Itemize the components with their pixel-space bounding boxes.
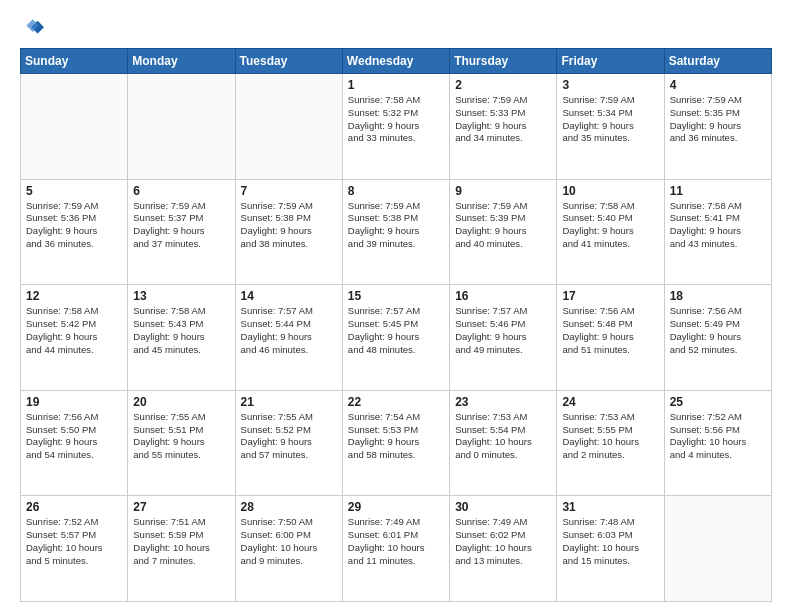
calendar-cell: 27Sunrise: 7:51 AM Sunset: 5:59 PM Dayli… bbox=[128, 496, 235, 602]
calendar-cell: 20Sunrise: 7:55 AM Sunset: 5:51 PM Dayli… bbox=[128, 390, 235, 496]
cell-text: Sunrise: 7:52 AM Sunset: 5:56 PM Dayligh… bbox=[670, 411, 766, 462]
day-number: 21 bbox=[241, 395, 337, 409]
day-number: 26 bbox=[26, 500, 122, 514]
cell-text: Sunrise: 7:52 AM Sunset: 5:57 PM Dayligh… bbox=[26, 516, 122, 567]
day-header-wednesday: Wednesday bbox=[342, 49, 449, 74]
day-number: 9 bbox=[455, 184, 551, 198]
calendar-cell: 1Sunrise: 7:58 AM Sunset: 5:32 PM Daylig… bbox=[342, 74, 449, 180]
calendar-cell: 26Sunrise: 7:52 AM Sunset: 5:57 PM Dayli… bbox=[21, 496, 128, 602]
cell-text: Sunrise: 7:53 AM Sunset: 5:54 PM Dayligh… bbox=[455, 411, 551, 462]
cell-text: Sunrise: 7:59 AM Sunset: 5:38 PM Dayligh… bbox=[241, 200, 337, 251]
cell-text: Sunrise: 7:56 AM Sunset: 5:48 PM Dayligh… bbox=[562, 305, 658, 356]
day-number: 8 bbox=[348, 184, 444, 198]
calendar-cell: 23Sunrise: 7:53 AM Sunset: 5:54 PM Dayli… bbox=[450, 390, 557, 496]
calendar-cell: 25Sunrise: 7:52 AM Sunset: 5:56 PM Dayli… bbox=[664, 390, 771, 496]
header bbox=[20, 16, 772, 40]
day-number: 1 bbox=[348, 78, 444, 92]
calendar-cell: 30Sunrise: 7:49 AM Sunset: 6:02 PM Dayli… bbox=[450, 496, 557, 602]
calendar-cell: 22Sunrise: 7:54 AM Sunset: 5:53 PM Dayli… bbox=[342, 390, 449, 496]
cell-text: Sunrise: 7:59 AM Sunset: 5:35 PM Dayligh… bbox=[670, 94, 766, 145]
cell-text: Sunrise: 7:58 AM Sunset: 5:42 PM Dayligh… bbox=[26, 305, 122, 356]
cell-text: Sunrise: 7:51 AM Sunset: 5:59 PM Dayligh… bbox=[133, 516, 229, 567]
cell-text: Sunrise: 7:57 AM Sunset: 5:46 PM Dayligh… bbox=[455, 305, 551, 356]
day-number: 27 bbox=[133, 500, 229, 514]
calendar-cell: 16Sunrise: 7:57 AM Sunset: 5:46 PM Dayli… bbox=[450, 285, 557, 391]
calendar-cell: 8Sunrise: 7:59 AM Sunset: 5:38 PM Daylig… bbox=[342, 179, 449, 285]
calendar-cell: 7Sunrise: 7:59 AM Sunset: 5:38 PM Daylig… bbox=[235, 179, 342, 285]
cell-text: Sunrise: 7:59 AM Sunset: 5:39 PM Dayligh… bbox=[455, 200, 551, 251]
week-row-5: 26Sunrise: 7:52 AM Sunset: 5:57 PM Dayli… bbox=[21, 496, 772, 602]
day-number: 29 bbox=[348, 500, 444, 514]
calendar-cell bbox=[235, 74, 342, 180]
day-header-sunday: Sunday bbox=[21, 49, 128, 74]
calendar-cell: 10Sunrise: 7:58 AM Sunset: 5:40 PM Dayli… bbox=[557, 179, 664, 285]
calendar-cell: 14Sunrise: 7:57 AM Sunset: 5:44 PM Dayli… bbox=[235, 285, 342, 391]
day-number: 15 bbox=[348, 289, 444, 303]
calendar-cell: 15Sunrise: 7:57 AM Sunset: 5:45 PM Dayli… bbox=[342, 285, 449, 391]
day-number: 10 bbox=[562, 184, 658, 198]
cell-text: Sunrise: 7:55 AM Sunset: 5:52 PM Dayligh… bbox=[241, 411, 337, 462]
calendar-cell: 18Sunrise: 7:56 AM Sunset: 5:49 PM Dayli… bbox=[664, 285, 771, 391]
cell-text: Sunrise: 7:54 AM Sunset: 5:53 PM Dayligh… bbox=[348, 411, 444, 462]
calendar-cell: 24Sunrise: 7:53 AM Sunset: 5:55 PM Dayli… bbox=[557, 390, 664, 496]
day-header-thursday: Thursday bbox=[450, 49, 557, 74]
cell-text: Sunrise: 7:49 AM Sunset: 6:02 PM Dayligh… bbox=[455, 516, 551, 567]
day-number: 12 bbox=[26, 289, 122, 303]
cell-text: Sunrise: 7:59 AM Sunset: 5:38 PM Dayligh… bbox=[348, 200, 444, 251]
logo-icon bbox=[20, 16, 44, 40]
day-number: 22 bbox=[348, 395, 444, 409]
week-row-1: 1Sunrise: 7:58 AM Sunset: 5:32 PM Daylig… bbox=[21, 74, 772, 180]
day-number: 3 bbox=[562, 78, 658, 92]
calendar-cell: 17Sunrise: 7:56 AM Sunset: 5:48 PM Dayli… bbox=[557, 285, 664, 391]
calendar-cell: 9Sunrise: 7:59 AM Sunset: 5:39 PM Daylig… bbox=[450, 179, 557, 285]
cell-text: Sunrise: 7:59 AM Sunset: 5:37 PM Dayligh… bbox=[133, 200, 229, 251]
cell-text: Sunrise: 7:59 AM Sunset: 5:34 PM Dayligh… bbox=[562, 94, 658, 145]
day-number: 28 bbox=[241, 500, 337, 514]
day-number: 2 bbox=[455, 78, 551, 92]
calendar-header-row: SundayMondayTuesdayWednesdayThursdayFrid… bbox=[21, 49, 772, 74]
cell-text: Sunrise: 7:58 AM Sunset: 5:41 PM Dayligh… bbox=[670, 200, 766, 251]
day-number: 13 bbox=[133, 289, 229, 303]
week-row-4: 19Sunrise: 7:56 AM Sunset: 5:50 PM Dayli… bbox=[21, 390, 772, 496]
logo bbox=[20, 16, 48, 40]
week-row-2: 5Sunrise: 7:59 AM Sunset: 5:36 PM Daylig… bbox=[21, 179, 772, 285]
calendar-cell bbox=[664, 496, 771, 602]
day-number: 31 bbox=[562, 500, 658, 514]
calendar-cell: 5Sunrise: 7:59 AM Sunset: 5:36 PM Daylig… bbox=[21, 179, 128, 285]
day-number: 23 bbox=[455, 395, 551, 409]
day-number: 11 bbox=[670, 184, 766, 198]
day-number: 24 bbox=[562, 395, 658, 409]
calendar: SundayMondayTuesdayWednesdayThursdayFrid… bbox=[20, 48, 772, 602]
cell-text: Sunrise: 7:58 AM Sunset: 5:40 PM Dayligh… bbox=[562, 200, 658, 251]
week-row-3: 12Sunrise: 7:58 AM Sunset: 5:42 PM Dayli… bbox=[21, 285, 772, 391]
cell-text: Sunrise: 7:59 AM Sunset: 5:36 PM Dayligh… bbox=[26, 200, 122, 251]
calendar-cell: 12Sunrise: 7:58 AM Sunset: 5:42 PM Dayli… bbox=[21, 285, 128, 391]
day-header-monday: Monday bbox=[128, 49, 235, 74]
cell-text: Sunrise: 7:59 AM Sunset: 5:33 PM Dayligh… bbox=[455, 94, 551, 145]
day-number: 20 bbox=[133, 395, 229, 409]
calendar-cell: 28Sunrise: 7:50 AM Sunset: 6:00 PM Dayli… bbox=[235, 496, 342, 602]
calendar-cell: 4Sunrise: 7:59 AM Sunset: 5:35 PM Daylig… bbox=[664, 74, 771, 180]
calendar-cell: 2Sunrise: 7:59 AM Sunset: 5:33 PM Daylig… bbox=[450, 74, 557, 180]
calendar-cell bbox=[128, 74, 235, 180]
day-number: 5 bbox=[26, 184, 122, 198]
calendar-cell: 29Sunrise: 7:49 AM Sunset: 6:01 PM Dayli… bbox=[342, 496, 449, 602]
cell-text: Sunrise: 7:56 AM Sunset: 5:50 PM Dayligh… bbox=[26, 411, 122, 462]
cell-text: Sunrise: 7:57 AM Sunset: 5:44 PM Dayligh… bbox=[241, 305, 337, 356]
day-header-tuesday: Tuesday bbox=[235, 49, 342, 74]
day-number: 14 bbox=[241, 289, 337, 303]
cell-text: Sunrise: 7:50 AM Sunset: 6:00 PM Dayligh… bbox=[241, 516, 337, 567]
day-number: 30 bbox=[455, 500, 551, 514]
cell-text: Sunrise: 7:55 AM Sunset: 5:51 PM Dayligh… bbox=[133, 411, 229, 462]
cell-text: Sunrise: 7:58 AM Sunset: 5:43 PM Dayligh… bbox=[133, 305, 229, 356]
calendar-cell: 19Sunrise: 7:56 AM Sunset: 5:50 PM Dayli… bbox=[21, 390, 128, 496]
cell-text: Sunrise: 7:58 AM Sunset: 5:32 PM Dayligh… bbox=[348, 94, 444, 145]
day-number: 19 bbox=[26, 395, 122, 409]
day-number: 6 bbox=[133, 184, 229, 198]
cell-text: Sunrise: 7:57 AM Sunset: 5:45 PM Dayligh… bbox=[348, 305, 444, 356]
day-header-friday: Friday bbox=[557, 49, 664, 74]
calendar-cell: 21Sunrise: 7:55 AM Sunset: 5:52 PM Dayli… bbox=[235, 390, 342, 496]
day-header-saturday: Saturday bbox=[664, 49, 771, 74]
calendar-cell: 3Sunrise: 7:59 AM Sunset: 5:34 PM Daylig… bbox=[557, 74, 664, 180]
calendar-cell: 31Sunrise: 7:48 AM Sunset: 6:03 PM Dayli… bbox=[557, 496, 664, 602]
